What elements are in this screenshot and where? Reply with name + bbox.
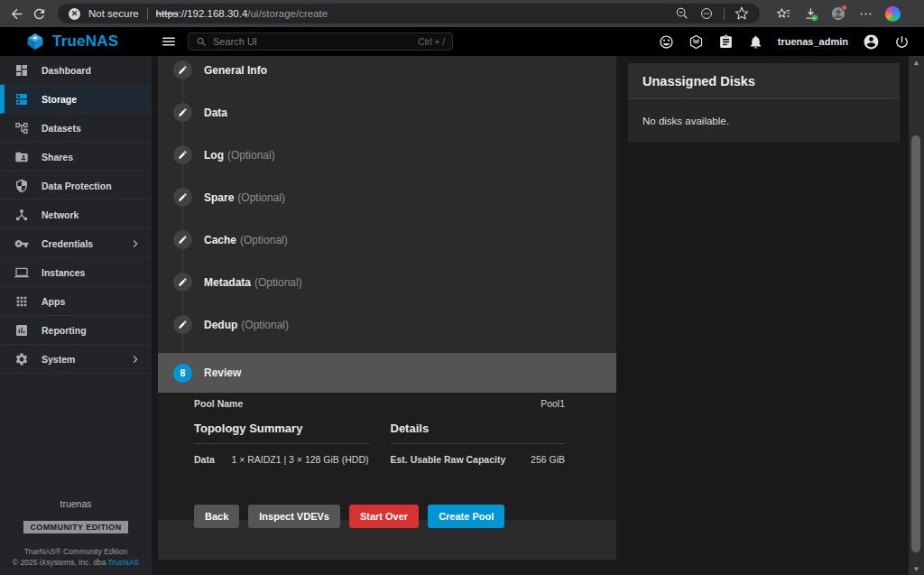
favorite-star-icon[interactable] — [735, 6, 749, 21]
address-divider — [724, 8, 725, 20]
alerts-bell-icon[interactable] — [748, 34, 763, 50]
sidebar-item-network[interactable]: Network — [0, 200, 152, 229]
step-label: Log(Optional) — [204, 145, 275, 162]
jobs-clipboard-icon[interactable] — [718, 34, 734, 50]
sidebar-item-label: Reporting — [42, 325, 152, 336]
wizard-step-metadata[interactable]: Metadata(Optional) — [158, 268, 616, 311]
sidebar-item-datasets[interactable]: Datasets — [0, 114, 152, 143]
create-pool-button[interactable]: Create Pool — [428, 505, 504, 528]
copilot-icon[interactable] — [885, 6, 901, 22]
step-label: Spare(Optional) — [204, 188, 285, 204]
step-status-circle — [173, 103, 192, 122]
step-status-circle — [173, 145, 192, 164]
edit-pencil-icon — [178, 192, 188, 202]
pool-creation-wizard: General Info Data Log(Optional) Spare(Op… — [158, 56, 616, 560]
url-host: ://192.168.30.4 — [179, 8, 248, 19]
unassigned-disks-body: No disks available. — [628, 99, 900, 143]
downloads-icon[interactable] — [803, 6, 818, 22]
sidebar-item-system[interactable]: System — [0, 345, 152, 374]
edit-pencil-icon — [178, 235, 188, 245]
sidebar-item-icon — [14, 121, 29, 135]
site-permissions-icon[interactable] — [699, 6, 714, 21]
wizard-step-list: General Info Data Log(Optional) Spare(Op… — [158, 56, 616, 353]
step-label: General Info — [204, 60, 267, 77]
sidebar-item-label: Shares — [42, 152, 152, 162]
browser-back-icon[interactable] — [9, 6, 24, 22]
sidebar-item-shares[interactable]: Shares — [0, 143, 152, 172]
user-account-icon[interactable] — [863, 33, 880, 51]
power-icon[interactable] — [894, 34, 910, 50]
url-text: https://192.168.30.4/ui/storage/create — [156, 8, 667, 19]
sidebar-item-label: Credentials — [42, 238, 116, 249]
feedback-smiley-icon[interactable] — [659, 34, 674, 50]
sidebar-item-credentials[interactable]: Credentials — [0, 229, 152, 258]
wizard-step-review[interactable]: 8 Review — [158, 353, 616, 393]
data-vdev-label: Data — [194, 454, 215, 465]
truenas-status-icon[interactable] — [688, 34, 704, 50]
step-label: Cache(Optional) — [204, 230, 288, 246]
wizard-step-dedup[interactable]: Dedup(Optional) — [158, 311, 616, 353]
browser-menu-icon[interactable] — [858, 6, 873, 22]
search-input[interactable]: Search UI Ctrl + / — [188, 32, 453, 51]
favorites-list-icon[interactable] — [776, 6, 791, 22]
wizard-step-data[interactable]: Data — [158, 98, 616, 141]
sidebar-item-storage[interactable]: Storage — [0, 85, 152, 114]
back-button[interactable]: Back — [194, 505, 239, 528]
sidebar-item-instances[interactable]: Instances — [0, 258, 152, 287]
sidebar-item-reporting[interactable]: Reporting — [0, 316, 152, 345]
browser-profile-avatar[interactable] — [830, 5, 846, 22]
browser-refresh-icon[interactable] — [32, 6, 47, 22]
inspect-vdevs-button[interactable]: Inspect VDEVs — [248, 505, 340, 528]
edition-badge: COMMUNITY EDITION — [23, 521, 127, 533]
sidebar-item-dashboard[interactable]: Dashboard — [0, 56, 152, 85]
step-number: 8 — [180, 367, 186, 378]
wizard-step-general-info[interactable]: General Info — [158, 56, 616, 98]
edit-pencil-icon — [178, 107, 188, 117]
step-label: Review — [204, 366, 241, 379]
sidebar-item-icon — [14, 150, 29, 164]
truenas-brand[interactable]: TrueNAS — [0, 32, 152, 51]
sidebar-item-icon — [14, 352, 29, 366]
browser-toolbar: ✕ Not secure https://192.168.30.4/ui/sto… — [0, 0, 924, 27]
step-optional-label: (Optional) — [240, 234, 288, 246]
pool-name-label: Pool Name — [194, 398, 243, 409]
unassigned-disks-title: Unassigned Disks — [642, 74, 755, 88]
sidebar-item-apps[interactable]: Apps — [0, 287, 152, 316]
sidenav-toggle-icon[interactable] — [161, 33, 177, 50]
unassigned-disks-header: Unassigned Disks — [628, 63, 900, 99]
address-bar[interactable]: ✕ Not secure https://192.168.30.4/ui/sto… — [58, 4, 760, 23]
zoom-out-icon[interactable] — [675, 6, 689, 21]
step-status-circle — [173, 60, 192, 79]
wizard-step-log[interactable]: Log(Optional) — [158, 141, 616, 183]
profile-notification-dot — [841, 5, 847, 11]
sidebar-item-data-protection[interactable]: Data Protection — [0, 172, 152, 200]
step-status-circle — [173, 315, 192, 334]
edit-pencil-icon — [178, 150, 188, 160]
scroll-down-arrow[interactable]: ▼ — [909, 562, 924, 575]
edit-pencil-icon — [178, 277, 188, 287]
pool-name-value: Pool1 — [541, 398, 565, 409]
topology-heading: Topology Summary — [194, 422, 369, 444]
wizard-step-cache[interactable]: Cache(Optional) — [158, 226, 616, 268]
start-over-button[interactable]: Start Over — [349, 505, 419, 528]
scrollbar-thumb[interactable] — [911, 135, 920, 552]
truenas-link[interactable]: TrueNAS — [108, 558, 140, 567]
sidebar-item-icon — [14, 92, 29, 107]
chevron-right-icon — [128, 236, 143, 251]
unassigned-disks-card: Unassigned Disks No disks available. — [628, 63, 900, 143]
data-vdev-value: 1 × RAIDZ1 | 3 × 128 GiB (HDD) — [231, 454, 368, 465]
details-column: Details Est. Usable Raw Capacity 256 GiB — [391, 422, 566, 478]
copyright-line: © 2025 iXsystems, Inc. dba TrueNAS — [0, 557, 152, 568]
search-placeholder: Search UI — [213, 36, 412, 47]
step-label: Metadata(Optional) — [204, 273, 302, 289]
chevron-right-icon — [128, 352, 143, 366]
wizard-step-spare[interactable]: Spare(Optional) — [158, 183, 616, 226]
step-status-circle — [173, 230, 192, 249]
sidebar-item-icon — [14, 208, 29, 222]
sidebar-item-label: Storage — [42, 94, 152, 105]
page-scrollbar[interactable]: ▲ ▼ — [909, 56, 924, 575]
not-secure-label: Not secure — [88, 8, 139, 19]
scroll-up-arrow[interactable]: ▲ — [909, 56, 924, 69]
capacity-label: Est. Usable Raw Capacity — [391, 454, 506, 465]
sidebar-item-icon — [14, 63, 29, 78]
